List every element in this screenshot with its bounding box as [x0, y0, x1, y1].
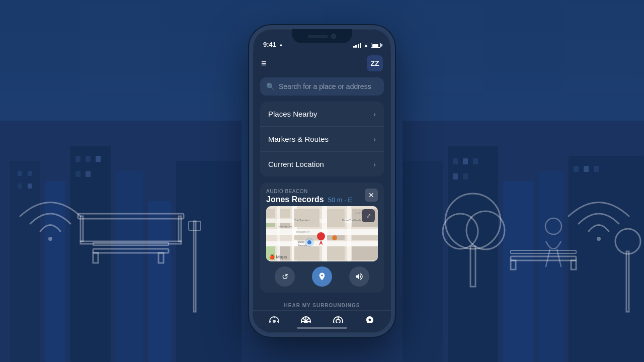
- map-container: The Spaniard One if by Land... Down The …: [266, 206, 378, 261]
- svg-rect-37: [158, 253, 164, 263]
- map-svg: The Spaniard One if by Land... Down The …: [266, 206, 378, 261]
- home-bar: [297, 327, 347, 329]
- search-input[interactable]: Search for a place or address: [279, 82, 371, 90]
- svg-rect-58: [347, 206, 351, 261]
- svg-point-76: [317, 232, 325, 240]
- svg-rect-59: [277, 206, 280, 261]
- phone-notch: [292, 29, 352, 43]
- svg-point-41: [597, 237, 601, 241]
- svg-text:The Spaniard: The Spaniard: [294, 219, 309, 222]
- speaker-grille: [308, 35, 328, 38]
- signal-icon: [353, 43, 362, 48]
- app-top-bar: ≡ ZZ: [253, 51, 391, 75]
- search-icon: 🔍: [266, 82, 275, 90]
- location-arrow-icon: ▲: [279, 42, 283, 47]
- svg-rect-46: [511, 256, 576, 260]
- ahead-of-me-icon: [331, 314, 346, 323]
- svg-rect-39: [194, 221, 196, 312]
- svg-rect-62: [294, 209, 319, 227]
- battery-icon: [371, 43, 381, 48]
- map-credit: 🍎 Maps: [269, 254, 287, 259]
- audio-beacon-card: Audio Beacon Jones Records 50 m · E ✕: [260, 183, 384, 293]
- nearby-markers-icon: [362, 314, 377, 323]
- menu-item-places-nearby[interactable]: Places Nearby ›: [260, 102, 384, 127]
- svg-rect-61: [280, 209, 290, 218]
- svg-rect-70: [266, 209, 275, 218]
- menu-button[interactable]: ≡: [261, 58, 267, 69]
- svg-point-52: [545, 218, 561, 234]
- svg-point-42: [445, 194, 501, 249]
- hear-tabs: MyLocation AroundMe: [253, 310, 391, 323]
- beacon-speaker-button[interactable]: [349, 266, 369, 287]
- svg-rect-32: [80, 216, 83, 241]
- front-camera: [331, 34, 336, 39]
- menu-item-current-location[interactable]: Current Location ›: [260, 152, 384, 176]
- svg-text:Down The Hatch: Down The Hatch: [342, 219, 361, 222]
- svg-point-88: [273, 320, 276, 323]
- hear-section-label: HEAR MY SURROUNDINGS: [253, 299, 391, 310]
- svg-rect-40: [189, 221, 201, 230]
- chevron-right-icon: ›: [373, 160, 376, 168]
- svg-point-30: [48, 237, 52, 241]
- svg-rect-68: [327, 246, 345, 260]
- map-expand-button[interactable]: ⤢: [362, 209, 375, 222]
- phone-body: 9:41 ▲ ▲ ≡ ZZ: [249, 25, 395, 337]
- beacon-refresh-button[interactable]: ↺: [275, 266, 295, 287]
- bottom-section: HEAR MY SURROUNDINGS: [253, 299, 391, 323]
- svg-text:Jones: Jones: [298, 240, 305, 243]
- beacon-info: Audio Beacon Jones Records 50 m · E: [266, 189, 352, 204]
- menu-list: Places Nearby › Markers & Routes › Curre…: [260, 102, 384, 176]
- svg-rect-47: [511, 260, 516, 269]
- svg-text:W FOURTH ST: W FOURTH ST: [296, 231, 310, 233]
- speaker-icon: [355, 272, 364, 281]
- svg-rect-73: [352, 246, 378, 260]
- svg-rect-63: [327, 209, 345, 227]
- app-logo: ZZ: [367, 55, 383, 71]
- svg-rect-35: [93, 249, 169, 253]
- svg-rect-67: [294, 246, 319, 260]
- battery-fill: [372, 44, 378, 47]
- beacon-section-label: Audio Beacon: [266, 189, 352, 194]
- right-illustration: [418, 70, 644, 362]
- svg-text:One if by Land...: One if by Land...: [279, 225, 294, 228]
- svg-rect-34: [78, 214, 184, 219]
- menu-item-label: Current Location: [268, 160, 324, 168]
- beacon-close-button[interactable]: ✕: [365, 189, 378, 202]
- hear-tab-my-location[interactable]: MyLocation: [262, 314, 287, 323]
- search-bar[interactable]: 🔍 Search for a place or address: [260, 77, 384, 96]
- status-time: 9:41 ▲: [263, 41, 283, 48]
- menu-item-markers-routes[interactable]: Markers & Routes ›: [260, 127, 384, 152]
- menu-item-label: Markers & Routes: [268, 135, 329, 143]
- svg-rect-36: [93, 253, 98, 263]
- home-indicator: [253, 323, 391, 333]
- svg-rect-75: [266, 223, 275, 227]
- svg-rect-33: [179, 216, 181, 241]
- pin-icon: [317, 272, 327, 281]
- status-icons: ▲: [353, 42, 381, 48]
- app-content: ≡ ZZ 🔍 Search for a place or address Pla…: [253, 51, 391, 323]
- hear-tab-around-me[interactable]: AroundMe: [293, 314, 318, 323]
- chevron-right-icon: ›: [373, 135, 376, 143]
- svg-point-99: [336, 319, 340, 323]
- svg-text:Records: Records: [298, 244, 307, 247]
- beacon-controls: ↺: [260, 261, 384, 293]
- svg-rect-45: [470, 246, 475, 287]
- beacon-distance: 50 m · E: [328, 196, 352, 204]
- my-location-icon: [267, 314, 282, 323]
- beacon-pin-button[interactable]: [312, 266, 332, 287]
- svg-rect-49: [511, 250, 576, 253]
- around-me-icon: [298, 314, 313, 323]
- hear-tab-nearby-markers[interactable]: NearbyMarkers: [357, 314, 382, 323]
- svg-rect-48: [571, 260, 576, 269]
- svg-point-51: [615, 229, 640, 254]
- chevron-right-icon: ›: [373, 110, 376, 118]
- hear-tab-ahead-of-me[interactable]: Aheadof Me: [326, 314, 351, 323]
- svg-rect-50: [626, 251, 629, 312]
- left-illustration: [0, 70, 211, 362]
- beacon-title-row: Jones Records 50 m · E: [266, 195, 352, 204]
- beacon-header: Audio Beacon Jones Records 50 m · E ✕: [260, 183, 384, 206]
- phone-device: 9:41 ▲ ▲ ≡ ZZ: [249, 25, 395, 337]
- wifi-icon: ▲: [363, 42, 369, 48]
- svg-point-79: [332, 235, 337, 240]
- menu-item-label: Places Nearby: [268, 110, 317, 118]
